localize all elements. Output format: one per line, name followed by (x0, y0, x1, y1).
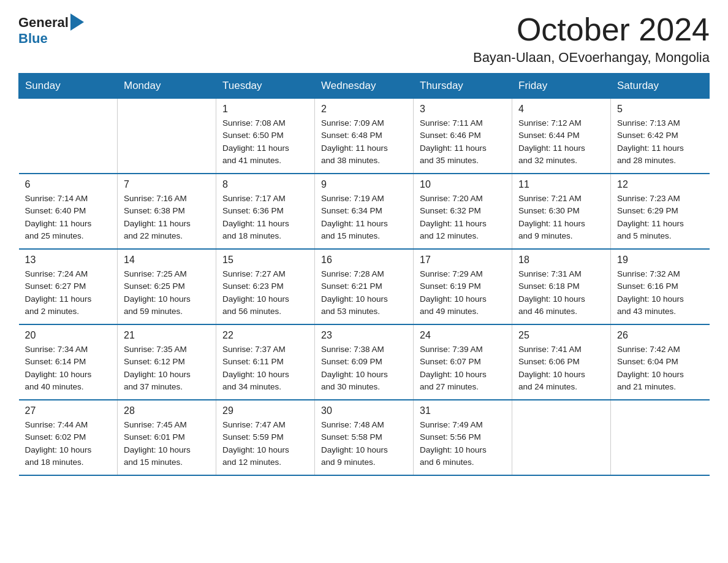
day-number: 17 (420, 255, 506, 266)
calendar-cell: 23Sunrise: 7:38 AM Sunset: 6:09 PM Dayli… (315, 324, 414, 400)
day-number: 9 (321, 179, 407, 190)
day-number: 16 (321, 255, 407, 266)
calendar-table: SundayMondayTuesdayWednesdayThursdayFrid… (18, 73, 710, 476)
day-info: Sunrise: 7:42 AM Sunset: 6:04 PM Dayligh… (617, 343, 703, 393)
day-number: 19 (617, 255, 703, 266)
day-info: Sunrise: 7:14 AM Sunset: 6:40 PM Dayligh… (25, 193, 112, 242)
calendar-cell: 18Sunrise: 7:31 AM Sunset: 6:18 PM Dayli… (512, 249, 611, 324)
day-info: Sunrise: 7:45 AM Sunset: 6:01 PM Dayligh… (124, 419, 210, 469)
calendar-cell: 11Sunrise: 7:21 AM Sunset: 6:30 PM Dayli… (512, 174, 611, 249)
weekday-header-row: SundayMondayTuesdayWednesdayThursdayFrid… (19, 74, 710, 99)
day-number: 14 (124, 255, 210, 266)
day-info: Sunrise: 7:25 AM Sunset: 6:25 PM Dayligh… (124, 268, 210, 318)
day-info: Sunrise: 7:17 AM Sunset: 6:36 PM Dayligh… (222, 193, 308, 242)
calendar-cell: 17Sunrise: 7:29 AM Sunset: 6:19 PM Dayli… (414, 249, 512, 324)
calendar-week-row: 6Sunrise: 7:14 AM Sunset: 6:40 PM Daylig… (19, 174, 710, 249)
calendar-cell: 5Sunrise: 7:13 AM Sunset: 6:42 PM Daylig… (611, 99, 710, 174)
day-info: Sunrise: 7:20 AM Sunset: 6:32 PM Dayligh… (420, 193, 506, 242)
day-info: Sunrise: 7:16 AM Sunset: 6:38 PM Dayligh… (124, 193, 210, 242)
day-info: Sunrise: 7:47 AM Sunset: 5:59 PM Dayligh… (222, 419, 308, 469)
calendar-week-row: 27Sunrise: 7:44 AM Sunset: 6:02 PM Dayli… (19, 400, 710, 475)
weekday-header-thursday: Thursday (414, 74, 512, 99)
weekday-header-sunday: Sunday (19, 74, 118, 99)
calendar-cell: 25Sunrise: 7:41 AM Sunset: 6:06 PM Dayli… (512, 324, 611, 400)
logo-blue-text: Blue (18, 31, 48, 47)
day-number: 15 (222, 255, 308, 266)
day-info: Sunrise: 7:13 AM Sunset: 6:42 PM Dayligh… (617, 117, 703, 167)
day-number: 29 (222, 405, 308, 416)
calendar-cell: 13Sunrise: 7:24 AM Sunset: 6:27 PM Dayli… (19, 249, 118, 324)
day-number: 27 (25, 405, 112, 416)
weekday-header-wednesday: Wednesday (315, 74, 414, 99)
calendar-cell: 12Sunrise: 7:23 AM Sunset: 6:29 PM Dayli… (611, 174, 710, 249)
day-number: 23 (321, 330, 407, 341)
calendar-cell: 10Sunrise: 7:20 AM Sunset: 6:32 PM Dayli… (414, 174, 512, 249)
calendar-cell: 27Sunrise: 7:44 AM Sunset: 6:02 PM Dayli… (19, 400, 118, 475)
day-number: 12 (617, 179, 703, 190)
calendar-cell: 20Sunrise: 7:34 AM Sunset: 6:14 PM Dayli… (19, 324, 118, 400)
calendar-cell: 26Sunrise: 7:42 AM Sunset: 6:04 PM Dayli… (611, 324, 710, 400)
day-number: 28 (124, 405, 210, 416)
day-info: Sunrise: 7:08 AM Sunset: 6:50 PM Dayligh… (222, 117, 308, 167)
calendar-week-row: 13Sunrise: 7:24 AM Sunset: 6:27 PM Dayli… (19, 249, 710, 324)
logo-triangle-icon (70, 13, 84, 31)
day-number: 22 (222, 330, 308, 341)
calendar-title: October 2024 (473, 12, 710, 47)
calendar-cell: 24Sunrise: 7:39 AM Sunset: 6:07 PM Dayli… (414, 324, 512, 400)
day-info: Sunrise: 7:41 AM Sunset: 6:06 PM Dayligh… (518, 343, 604, 393)
calendar-cell (118, 99, 216, 174)
calendar-week-row: 1Sunrise: 7:08 AM Sunset: 6:50 PM Daylig… (19, 99, 710, 174)
calendar-cell: 21Sunrise: 7:35 AM Sunset: 6:12 PM Dayli… (118, 324, 216, 400)
calendar-cell: 15Sunrise: 7:27 AM Sunset: 6:23 PM Dayli… (216, 249, 315, 324)
calendar-cell (19, 99, 118, 174)
day-number: 6 (25, 179, 112, 190)
calendar-cell: 6Sunrise: 7:14 AM Sunset: 6:40 PM Daylig… (19, 174, 118, 249)
day-number: 3 (420, 104, 506, 115)
day-number: 7 (124, 179, 210, 190)
day-info: Sunrise: 7:32 AM Sunset: 6:16 PM Dayligh… (617, 268, 703, 318)
weekday-header-tuesday: Tuesday (216, 74, 315, 99)
title-block: October 2024 Bayan-Ulaan, OEvoerhangay, … (473, 12, 710, 66)
calendar-subtitle: Bayan-Ulaan, OEvoerhangay, Mongolia (473, 50, 710, 66)
day-number: 30 (321, 405, 407, 416)
day-info: Sunrise: 7:49 AM Sunset: 5:56 PM Dayligh… (420, 419, 506, 469)
calendar-cell: 28Sunrise: 7:45 AM Sunset: 6:01 PM Dayli… (118, 400, 216, 475)
day-number: 11 (518, 179, 604, 190)
day-info: Sunrise: 7:34 AM Sunset: 6:14 PM Dayligh… (25, 343, 112, 393)
calendar-cell: 19Sunrise: 7:32 AM Sunset: 6:16 PM Dayli… (611, 249, 710, 324)
calendar-cell (611, 400, 710, 475)
day-info: Sunrise: 7:28 AM Sunset: 6:21 PM Dayligh… (321, 268, 407, 318)
page-header: General Blue October 2024 Bayan-Ulaan, O… (18, 12, 710, 66)
calendar-cell: 14Sunrise: 7:25 AM Sunset: 6:25 PM Dayli… (118, 249, 216, 324)
day-info: Sunrise: 7:31 AM Sunset: 6:18 PM Dayligh… (518, 268, 604, 318)
day-info: Sunrise: 7:23 AM Sunset: 6:29 PM Dayligh… (617, 193, 703, 242)
day-info: Sunrise: 7:29 AM Sunset: 6:19 PM Dayligh… (420, 268, 506, 318)
weekday-header-saturday: Saturday (611, 74, 710, 99)
calendar-cell: 8Sunrise: 7:17 AM Sunset: 6:36 PM Daylig… (216, 174, 315, 249)
calendar-cell: 22Sunrise: 7:37 AM Sunset: 6:11 PM Dayli… (216, 324, 315, 400)
day-number: 20 (25, 330, 112, 341)
day-info: Sunrise: 7:21 AM Sunset: 6:30 PM Dayligh… (518, 193, 604, 242)
weekday-header-friday: Friday (512, 74, 611, 99)
day-number: 24 (420, 330, 506, 341)
calendar-cell: 7Sunrise: 7:16 AM Sunset: 6:38 PM Daylig… (118, 174, 216, 249)
day-info: Sunrise: 7:12 AM Sunset: 6:44 PM Dayligh… (518, 117, 604, 167)
calendar-cell: 31Sunrise: 7:49 AM Sunset: 5:56 PM Dayli… (414, 400, 512, 475)
day-info: Sunrise: 7:35 AM Sunset: 6:12 PM Dayligh… (124, 343, 210, 393)
day-number: 31 (420, 405, 506, 416)
calendar-cell: 9Sunrise: 7:19 AM Sunset: 6:34 PM Daylig… (315, 174, 414, 249)
day-info: Sunrise: 7:37 AM Sunset: 6:11 PM Dayligh… (222, 343, 308, 393)
day-info: Sunrise: 7:39 AM Sunset: 6:07 PM Dayligh… (420, 343, 506, 393)
day-number: 10 (420, 179, 506, 190)
day-number: 5 (617, 104, 703, 115)
day-number: 26 (617, 330, 703, 341)
day-info: Sunrise: 7:44 AM Sunset: 6:02 PM Dayligh… (25, 419, 112, 469)
day-info: Sunrise: 7:48 AM Sunset: 5:58 PM Dayligh… (321, 419, 407, 469)
day-number: 2 (321, 104, 407, 115)
calendar-week-row: 20Sunrise: 7:34 AM Sunset: 6:14 PM Dayli… (19, 324, 710, 400)
day-number: 1 (222, 104, 308, 115)
calendar-cell: 3Sunrise: 7:11 AM Sunset: 6:46 PM Daylig… (414, 99, 512, 174)
day-number: 8 (222, 179, 308, 190)
day-info: Sunrise: 7:19 AM Sunset: 6:34 PM Dayligh… (321, 193, 407, 242)
day-number: 18 (518, 255, 604, 266)
